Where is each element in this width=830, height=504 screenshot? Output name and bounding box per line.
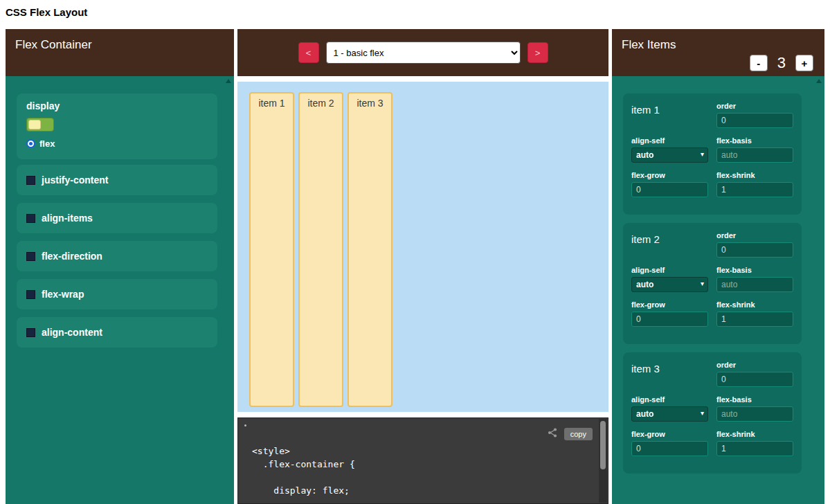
code-scrollbar[interactable] [599, 419, 607, 503]
display-toggle[interactable] [26, 118, 54, 132]
align-self-select[interactable]: auto [631, 277, 708, 292]
flex-preview-item: item 1 [249, 92, 294, 407]
flex-wrap-checkbox[interactable] [26, 290, 35, 299]
flex-basis-input[interactable] [716, 406, 793, 422]
order-label: order [716, 361, 793, 369]
item-title: item 3 [631, 361, 708, 387]
flex-radio-label: flex [39, 138, 55, 149]
flex-shrink-input[interactable] [716, 312, 793, 327]
property-label: align-items [42, 213, 93, 224]
flex-shrink-label: flex-shrink [716, 171, 793, 179]
flex-grow-label: flex-grow [631, 300, 708, 309]
property-row-align-content[interactable]: align-content [17, 317, 217, 348]
item-title: item 2 [631, 231, 708, 258]
copy-button[interactable]: copy [564, 428, 593, 440]
increase-items-button[interactable]: + [795, 55, 813, 71]
example-select[interactable]: 1 - basic flex [326, 42, 521, 64]
next-example-button[interactable]: > [527, 42, 548, 63]
right-panel-scrollbar[interactable] [815, 79, 822, 83]
align-self-select[interactable]: auto [631, 406, 708, 422]
code-line [252, 471, 355, 484]
scroll-up-icon[interactable] [816, 79, 822, 83]
flex-preview-container: item 1 item 2 item 3 [237, 82, 608, 412]
code-block: <style> .flex-container { display: flex; [252, 444, 355, 497]
flex-shrink-label: flex-shrink [716, 300, 793, 309]
decrease-items-button[interactable]: - [750, 55, 768, 71]
prev-example-button[interactable]: < [298, 42, 319, 63]
property-label: flex-direction [42, 251, 102, 262]
flex-grow-input[interactable] [631, 312, 708, 327]
order-input[interactable] [716, 113, 793, 128]
scroll-up-icon[interactable] [226, 79, 231, 83]
flex-container-panel-header: Flex Container [6, 29, 234, 76]
flex-shrink-input[interactable] [716, 182, 793, 197]
example-nav-bar: < 1 - basic flex > [237, 29, 608, 76]
left-panel-scrollbar[interactable] [225, 79, 232, 83]
code-line: <style> [252, 444, 355, 458]
flex-basis-label: flex-basis [716, 136, 793, 145]
flex-basis-input[interactable] [716, 277, 793, 292]
align-self-label: align-self [631, 395, 708, 404]
flex-items-panel: Flex Items - 3 + item 1 order align-self [612, 29, 824, 504]
flex-preview-item: item 3 [348, 92, 393, 407]
code-panel-dot [244, 424, 246, 426]
item-card-1: item 1 order align-self auto flex-basis [623, 93, 802, 215]
page-title: CSS Flex Layout [6, 6, 87, 18]
item-card-3: item 3 order align-self auto flex-basis [623, 352, 802, 474]
flex-shrink-label: flex-shrink [716, 430, 793, 438]
preview-column: < 1 - basic flex > item 1 item 2 item 3 … [237, 29, 608, 504]
flex-grow-label: flex-grow [631, 171, 708, 179]
flex-direction-checkbox[interactable] [26, 252, 35, 261]
order-input[interactable] [716, 372, 793, 387]
item-card-2: item 2 order align-self auto flex-basis [623, 223, 802, 344]
flex-shrink-input[interactable] [716, 441, 793, 456]
order-input[interactable] [716, 242, 793, 258]
flex-radio[interactable] [26, 139, 35, 148]
flex-container-panel: Flex Container display flex justify-cont… [6, 29, 234, 504]
flex-grow-label: flex-grow [631, 430, 708, 438]
property-label: justify-content [42, 174, 108, 186]
code-line: .flex-container { [252, 458, 355, 471]
flex-basis-label: flex-basis [716, 395, 793, 404]
display-toggle-knob [28, 120, 41, 129]
display-card: display flex [17, 93, 217, 159]
flex-preview-item: item 2 [298, 92, 343, 407]
property-label: flex-wrap [42, 289, 84, 300]
align-self-label: align-self [631, 136, 708, 145]
order-label: order [716, 102, 793, 110]
item-count: 3 [777, 54, 786, 72]
code-scrollbar-thumb[interactable] [600, 421, 606, 469]
align-self-select[interactable]: auto [631, 147, 708, 163]
property-row-flex-wrap[interactable]: flex-wrap [17, 279, 217, 309]
item-count-controls: - 3 + [750, 54, 813, 72]
property-row-flex-direction[interactable]: flex-direction [17, 241, 217, 271]
justify-content-checkbox[interactable] [26, 176, 35, 185]
display-flex-radio-row: flex [26, 138, 208, 149]
display-label: display [26, 100, 208, 111]
flex-items-panel-body: item 1 order align-self auto flex-basis [612, 76, 824, 504]
share-icon[interactable] [547, 427, 558, 441]
align-self-label: align-self [631, 266, 708, 274]
flex-grow-input[interactable] [631, 182, 708, 197]
code-panel: copy <style> .flex-container { display: … [237, 417, 608, 504]
code-line: display: flex; [252, 484, 355, 497]
flex-basis-input[interactable] [716, 147, 793, 163]
flex-items-panel-title: Flex Items [622, 38, 676, 51]
property-label: align-content [42, 327, 102, 338]
flex-items-panel-header: Flex Items - 3 + [612, 29, 824, 76]
code-toolbar: copy [547, 427, 593, 441]
flex-container-panel-body: display flex justify-content align-items… [6, 76, 234, 504]
flex-basis-label: flex-basis [716, 266, 793, 274]
item-title: item 1 [631, 102, 708, 128]
flex-container-panel-title: Flex Container [15, 38, 92, 51]
align-items-checkbox[interactable] [26, 214, 35, 223]
property-row-align-items[interactable]: align-items [17, 203, 217, 233]
flex-grow-input[interactable] [631, 441, 708, 456]
order-label: order [716, 231, 793, 240]
align-content-checkbox[interactable] [26, 328, 35, 337]
property-row-justify-content[interactable]: justify-content [17, 165, 217, 195]
